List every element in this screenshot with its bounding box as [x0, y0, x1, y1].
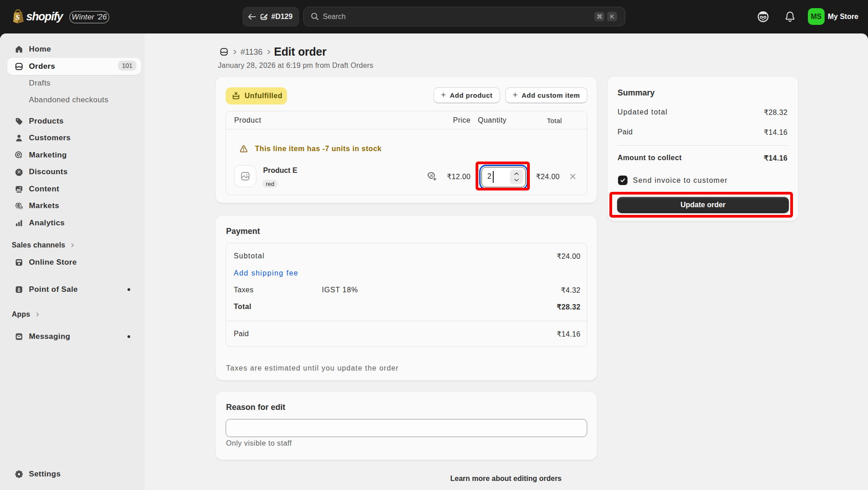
svg-text:S: S — [18, 289, 20, 291]
svg-text:$: $ — [20, 205, 22, 210]
svg-text:S: S — [15, 13, 20, 22]
